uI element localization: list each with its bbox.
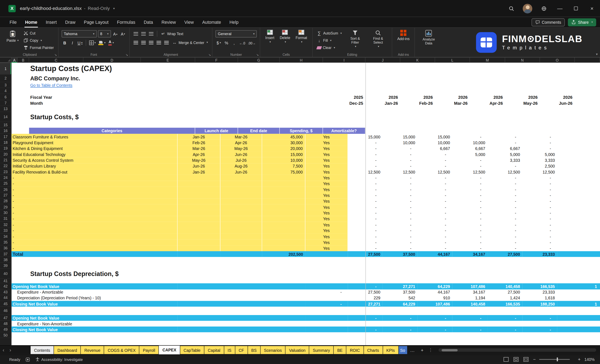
- column-header-N[interactable]: N: [505, 57, 540, 63]
- month-cell[interactable]: 12,500: [488, 169, 522, 175]
- month-cell[interactable]: 1,618: [522, 295, 557, 301]
- month-cell[interactable]: -: [383, 151, 417, 157]
- menu-help[interactable]: Help: [225, 17, 243, 27]
- amortizable-cell[interactable]: Yes: [305, 198, 348, 204]
- amortizable-cell[interactable]: Yes: [305, 222, 348, 228]
- month-cell[interactable]: -: [522, 198, 557, 204]
- month-cell[interactable]: -: [417, 239, 452, 245]
- month-cell[interactable]: 34,167: [452, 289, 488, 295]
- row-header-45[interactable]: 45: [0, 301, 12, 307]
- tab-splitter[interactable]: ⋮: [427, 347, 435, 352]
- month-cell[interactable]: -: [488, 234, 522, 239]
- minimize-button[interactable]: —: [552, 0, 568, 17]
- month-cell[interactable]: -: [417, 234, 452, 239]
- column-header-E[interactable]: E: [141, 57, 195, 63]
- month-cell[interactable]: -: [522, 134, 557, 140]
- search-button[interactable]: [503, 0, 519, 17]
- month-cell[interactable]: -: [417, 187, 452, 192]
- amortizable-cell[interactable]: Yes: [305, 204, 348, 210]
- row-header-35[interactable]: 35: [0, 239, 12, 245]
- month-cell[interactable]: -: [488, 239, 522, 245]
- sheet-tab-valuation[interactable]: Valuation: [286, 346, 309, 354]
- alignment-dialog-launcher[interactable]: ↘: [208, 53, 211, 57]
- month-cell[interactable]: -: [452, 181, 488, 187]
- launch-date-cell[interactable]: [178, 187, 220, 192]
- month-cell[interactable]: -: [452, 204, 488, 210]
- menu-insert[interactable]: Insert: [42, 17, 61, 27]
- row-header-36[interactable]: 36: [0, 245, 12, 251]
- month-cell[interactable]: [488, 321, 522, 327]
- month-cell[interactable]: -: [452, 134, 488, 140]
- spending-cell[interactable]: 7,500: [262, 163, 305, 169]
- close-button[interactable]: ×: [584, 0, 600, 17]
- month-cell[interactable]: -: [417, 157, 452, 163]
- row-header-7[interactable]: 7: [0, 100, 12, 106]
- row-header-3[interactable]: 3: [0, 82, 12, 88]
- amortizable-cell[interactable]: Yes: [305, 134, 348, 140]
- category-cell[interactable]: -: [12, 234, 178, 239]
- spending-cell[interactable]: 75,000: [262, 169, 305, 175]
- excel-app-icon[interactable]: X: [9, 5, 16, 12]
- sheet-tab-capital[interactable]: Capital: [204, 346, 224, 354]
- launch-date-cell[interactable]: [178, 239, 220, 245]
- month-cell[interactable]: 6,667: [417, 146, 452, 151]
- month-cell[interactable]: -: [383, 187, 417, 192]
- column-header-M[interactable]: M: [470, 57, 505, 63]
- month-cell[interactable]: 10,000: [417, 140, 452, 146]
- spending-cell[interactable]: [262, 204, 305, 210]
- launch-date-cell[interactable]: [178, 204, 220, 210]
- row-header-31[interactable]: 31: [0, 216, 12, 222]
- zoom-slider[interactable]: [539, 359, 570, 360]
- depreciation-cell[interactable]: [305, 295, 348, 301]
- fiscal-year-cell[interactable]: 2026: [505, 94, 540, 100]
- sheet-tab-revenue[interactable]: Revenue: [81, 346, 104, 354]
- month-cell[interactable]: 34,167: [452, 251, 488, 257]
- decrease-decimal-button[interactable]: [247, 39, 256, 46]
- month-cell[interactable]: 1,424: [488, 295, 522, 301]
- month-cell[interactable]: [383, 321, 417, 327]
- section-title[interactable]: Startup Costs Depreciation, $: [29, 269, 600, 279]
- month-cell[interactable]: -: [522, 192, 557, 198]
- comments-button[interactable]: Comments: [531, 18, 565, 26]
- depreciation-cell[interactable]: [305, 321, 348, 327]
- depreciation-cell[interactable]: -: [305, 289, 348, 295]
- month-cell[interactable]: -: [488, 134, 522, 140]
- month-cell[interactable]: -: [383, 327, 417, 332]
- month-cell[interactable]: -: [452, 157, 488, 163]
- end-date-cell[interactable]: [220, 228, 262, 233]
- horizontal-scrollbar-thumb[interactable]: [441, 349, 458, 351]
- fiscal-year-cell[interactable]: 2026: [540, 94, 575, 100]
- month-label[interactable]: Month: [29, 100, 195, 106]
- spending-cell[interactable]: [262, 239, 305, 245]
- end-date-cell[interactable]: [220, 210, 262, 216]
- spending-cell[interactable]: [262, 192, 305, 198]
- comma-button[interactable]: ,: [231, 39, 237, 46]
- month-cell[interactable]: 6,667: [488, 146, 522, 151]
- month-cell[interactable]: -: [452, 175, 488, 181]
- end-date-cell[interactable]: [220, 204, 262, 210]
- category-cell[interactable]: -: [12, 239, 178, 245]
- month-cell[interactable]: 166,535: [522, 283, 557, 289]
- header-spending[interactable]: Spending, $: [280, 128, 323, 134]
- month-cell[interactable]: -: [452, 327, 488, 332]
- month-cell[interactable]: -: [452, 198, 488, 204]
- menu-file[interactable]: File: [5, 17, 21, 27]
- launch-date-cell[interactable]: [178, 245, 220, 251]
- month-cell[interactable]: 15,000: [383, 134, 417, 140]
- total-spending[interactable]: 202,500: [262, 251, 305, 257]
- category-cell[interactable]: Playground Equipment: [12, 140, 178, 146]
- category-cell[interactable]: Initial Educational Technology: [12, 151, 178, 157]
- amortizable-cell[interactable]: Yes: [305, 228, 348, 233]
- header-categories[interactable]: Categories: [29, 128, 195, 134]
- month-cell[interactable]: -: [522, 140, 557, 146]
- column-header-D[interactable]: D: [83, 57, 141, 63]
- row-header-41[interactable]: 41: [0, 279, 12, 283]
- end-date-cell[interactable]: [220, 192, 262, 198]
- launch-date-cell[interactable]: [178, 228, 220, 233]
- month-cell[interactable]: -: [488, 140, 522, 146]
- month-cell[interactable]: 5,000: [522, 151, 557, 157]
- launch-date-cell[interactable]: [178, 234, 220, 239]
- month-cell[interactable]: 12,500: [522, 169, 557, 175]
- month-cell[interactable]: -: [488, 181, 522, 187]
- month-cell[interactable]: -: [452, 228, 488, 233]
